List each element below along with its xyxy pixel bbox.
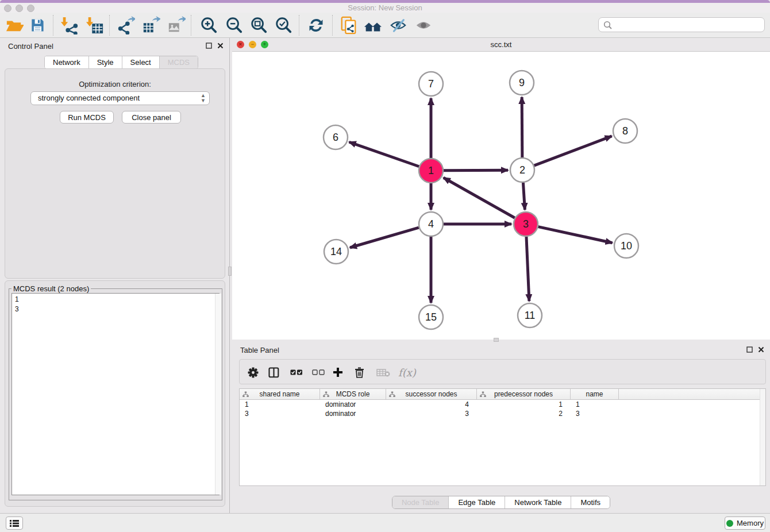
column-header-successor-nodes[interactable]: successor nodes [386,389,477,400]
window-titlebar: Session: New Session [0,3,770,13]
close-panel-icon[interactable] [217,43,224,49]
node-label-15: 15 [425,311,437,323]
tab-style[interactable]: Style [89,56,122,68]
edge-3-10[interactable] [538,227,612,243]
float-panel-icon[interactable] [746,346,753,353]
close-panel-icon[interactable] [758,346,764,353]
duplicate-network-icon[interactable] [338,16,360,35]
node-label-11: 11 [525,310,536,321]
table-body: 1dominator4113dominator323 [240,400,765,418]
edge-3-11[interactable] [526,237,529,301]
node-label-6: 6 [333,132,338,143]
edge-1-6[interactable] [349,142,419,166]
import-table-icon[interactable] [84,16,106,35]
tab-network-table[interactable]: Network Table [505,496,571,508]
node-label-10: 10 [621,240,632,252]
tab-network[interactable]: Network [45,56,89,68]
control-panel-title: Control Panel [8,42,53,51]
toolbar-separator [53,15,53,36]
delete-column-icon[interactable] [355,364,364,380]
node-label-4: 4 [428,218,434,230]
mcds-result-title: MCDS result (2 nodes) [11,284,91,293]
result-scrollbar[interactable] [215,294,221,495]
table-panel: Table Panel f(x) shared nameMCDS rolesuc… [232,342,770,513]
mcds-result-text[interactable]: 1 3 [11,293,220,495]
edge-2-8[interactable] [534,136,612,165]
cell-successor-nodes: 4 [386,400,477,409]
import-network-icon[interactable] [59,16,80,35]
table-row[interactable]: 3dominator323 [240,409,765,418]
save-session-icon[interactable] [26,16,48,35]
network-graph[interactable]: 7968124314101511 [232,52,770,340]
memory-button[interactable]: Memory [725,516,765,530]
float-panel-icon[interactable] [206,43,212,49]
export-network-icon[interactable] [115,16,137,35]
export-table-icon[interactable] [140,16,162,35]
optimization-select[interactable]: strongly connected component ▲▼ [30,91,210,105]
node-label-9: 9 [519,77,525,88]
cell-MCDS-role: dominator [320,409,386,418]
table-tabs: Node TableEdge TableNetwork TableMotifs [232,496,770,509]
tab-mcds[interactable]: MCDS [160,56,198,68]
cell-predecessor-nodes: 2 [477,409,571,418]
table-settings-gear-icon[interactable] [248,364,259,380]
node-label-7: 7 [428,78,434,90]
optimization-value: strongly connected component [38,94,140,102]
node-label-3: 3 [523,218,529,230]
hide-selection-icon[interactable] [387,16,409,35]
column-header-shared-name[interactable]: shared name [240,389,320,400]
select-all-columns-icon[interactable] [290,364,303,380]
table-scrollbar[interactable] [760,389,765,485]
zoom-selected-icon[interactable] [272,16,294,35]
first-neighbors-icon[interactable] [362,16,384,35]
mcds-result-group: MCDS result (2 nodes) 1 3 [9,284,222,500]
search-field[interactable] [598,17,765,32]
column-header-predecessor-nodes[interactable]: predecessor nodes [477,389,571,400]
zoom-fit-icon[interactable] [248,16,270,35]
apply-layout-icon[interactable] [305,16,327,35]
delete-table-icon-disabled [376,364,390,380]
search-input[interactable] [616,19,760,30]
open-file-icon[interactable] [3,16,25,35]
zoom-out-icon[interactable] [223,16,245,35]
close-panel-button[interactable]: Close panel [122,111,181,124]
node-label-2: 2 [519,164,525,176]
zoom-in-icon[interactable] [198,16,220,35]
toolbar-separator [299,15,299,36]
deselect-all-columns-icon[interactable] [312,364,325,380]
edge-2-9[interactable] [522,97,522,157]
memory-label: Memory [737,519,764,527]
optimization-label: Optimization criterion: [5,80,225,88]
cell-successor-nodes: 3 [386,409,477,418]
window-title: Session: New Session [0,3,770,12]
edge-2-3[interactable] [523,183,525,210]
list-icon [10,519,19,527]
mcds-controls-box: Optimization criterion: strongly connect… [5,68,225,279]
table-row[interactable]: 1dominator411 [240,400,765,409]
tab-select[interactable]: Select [122,56,160,68]
network-window-titlebar: × − + scc.txt [232,38,770,52]
edge-1-2[interactable] [444,170,508,171]
cell-shared-name: 3 [240,409,320,418]
tab-motifs[interactable]: Motifs [571,496,610,508]
export-image-icon[interactable] [165,16,187,35]
edge-3-1[interactable] [444,178,515,218]
tab-node-table[interactable]: Node Table [392,496,449,508]
network-canvas[interactable]: 7968124314101511 [232,52,770,340]
column-header-MCDS-role[interactable]: MCDS role [320,389,386,400]
control-panel: Control Panel NetworkStyleSelectMCDS Opt… [0,38,230,513]
table-header-row: shared nameMCDS rolesuccessor nodesprede… [240,389,765,400]
task-history-button[interactable] [6,516,23,530]
cell-shared-name: 1 [240,400,320,409]
add-column-icon[interactable] [333,364,343,380]
splitter-grab-icon[interactable] [494,338,499,342]
edge-4-14[interactable] [350,228,419,248]
tab-edge-table[interactable]: Edge Table [449,496,505,508]
show-all-icon[interactable] [413,16,434,35]
column-layout-icon[interactable] [268,364,279,380]
mcds-result-box: MCDS result (2 nodes) 1 3 [5,280,225,507]
node-table[interactable]: shared nameMCDS rolesuccessor nodesprede… [239,388,766,486]
column-header-name[interactable]: name [571,389,619,400]
panel-splitter-handle[interactable] [228,267,232,276]
run-mcds-button[interactable]: Run MCDS [60,111,114,124]
